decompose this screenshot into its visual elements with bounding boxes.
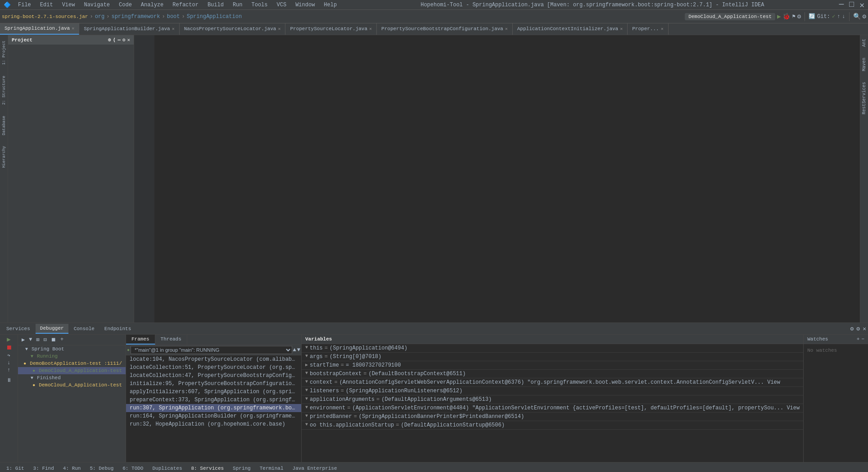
new-element-btn[interactable]: ⊕ <box>108 37 111 43</box>
svc-item-1[interactable]: ▼Running <box>18 353 126 360</box>
pause-btn[interactable]: ⏸ <box>6 377 12 384</box>
threads-tab[interactable]: Threads <box>155 335 187 345</box>
thread-select[interactable]: *"main"@1 in group "main": RUNNING <box>131 346 292 354</box>
action-tab-find[interactable]: 3: Find <box>29 464 59 472</box>
file-tab-1[interactable]: SpringApplicationBuilder.java✕ <box>79 23 179 35</box>
more-btn[interactable]: ⋯ <box>118 37 121 43</box>
frame-item-5[interactable]: prepareContext:373, SpringApplication (o… <box>126 396 301 404</box>
gear2-bottom-btn[interactable]: ⚙ <box>856 325 860 332</box>
file-tab-2[interactable]: NacosPropertySourceLocator.java✕ <box>180 23 286 35</box>
svc-item-4[interactable]: ▼Finished <box>18 374 126 381</box>
bottom-tab-console[interactable]: Console <box>69 324 99 333</box>
action-tab-debug[interactable]: 5: Debug <box>85 464 118 472</box>
var-expand-8[interactable]: ▼ <box>305 413 308 418</box>
file-tab-4[interactable]: PropertySourceBootstrapConfiguration.jav… <box>377 23 513 35</box>
svc-stop-btn[interactable]: ⏹ <box>49 336 58 344</box>
frame-item-3[interactable]: initialize:95, PropertySourceBootstrapCo… <box>126 380 301 388</box>
close-tab-3[interactable]: ✕ <box>369 26 372 32</box>
svc-filter2-btn[interactable]: ⊟ <box>42 336 49 344</box>
menu-item-file[interactable]: File <box>16 1 33 9</box>
var-expand-1[interactable]: ▼ <box>305 354 308 359</box>
var-expand-0[interactable]: ▼ <box>305 345 308 350</box>
git-push[interactable]: ↑ <box>837 14 840 20</box>
coverage-btn[interactable]: ⚑ <box>792 13 795 20</box>
file-tab-3[interactable]: PropertySourceLocator.java✕ <box>285 23 377 35</box>
step-out-btn[interactable]: ↑ <box>7 367 10 373</box>
add-watch-btn[interactable]: + <box>857 336 860 342</box>
settings-panel-btn[interactable]: ⚙ <box>122 37 126 43</box>
close-tab-2[interactable]: ✕ <box>278 26 280 32</box>
step-over-btn[interactable]: ↷ <box>7 352 10 359</box>
debug-btn-toolbar[interactable]: 🐞 <box>782 13 790 20</box>
springapp-label[interactable]: SpringApplication <box>187 14 242 20</box>
frame-item-4[interactable]: applyInitializers:607, SpringApplication… <box>126 388 301 396</box>
frame-item-6[interactable]: run:307, SpringApplication (org.springfr… <box>126 404 301 412</box>
ant-tab[interactable]: Ant <box>861 35 868 50</box>
menu-item-refactor[interactable]: Refactor <box>171 1 200 9</box>
boot-label[interactable]: boot <box>167 14 180 20</box>
var-expand-6[interactable]: ▼ <box>305 396 308 401</box>
var-expand-3[interactable]: ▼ <box>305 371 308 376</box>
step-into-btn[interactable]: ↓ <box>7 360 10 366</box>
frame-down-btn[interactable]: ▼ <box>297 347 300 353</box>
close-tab-0[interactable]: ✕ <box>72 26 74 31</box>
file-tab-6[interactable]: Proper...✕ <box>628 23 668 35</box>
sync-btn[interactable]: 🔄 <box>809 13 815 20</box>
svc-filter-btn[interactable]: ▼ <box>27 336 34 344</box>
svc-item-0[interactable]: ▼Spring Boot <box>18 345 126 353</box>
maximize-btn[interactable]: □ <box>849 0 854 10</box>
var-expand-7[interactable]: ▼ <box>305 405 308 410</box>
file-tab-5[interactable]: ApplicationContextInitializer.java✕ <box>513 23 628 35</box>
stop-btn[interactable]: ⏹ <box>6 344 12 351</box>
menu-item-tools[interactable]: Tools <box>250 1 270 9</box>
menu-item-help[interactable]: Help <box>322 1 339 9</box>
action-tab-services[interactable]: 8: Services <box>186 464 228 472</box>
bottom-tab-services[interactable]: Services <box>2 324 35 333</box>
action-tab-git[interactable]: 1: Git <box>2 464 29 472</box>
structure-tab-btn[interactable]: 2: Structure <box>1 72 7 109</box>
close-tab-5[interactable]: ✕ <box>620 26 623 32</box>
menu-item-code[interactable]: Code <box>117 1 134 9</box>
svc-item-5[interactable]: ●DemoCloud_A_Application-test <box>18 381 126 389</box>
svc-item-2[interactable]: ●DemoBootApplication-test :1111/ <box>18 360 126 367</box>
window-controls[interactable]: ─ □ ✕ <box>839 0 864 10</box>
frames-tab[interactable]: Frames <box>126 335 155 345</box>
run-config-label[interactable]: DemoCloud_A_Application-test <box>685 13 775 20</box>
code-area[interactable] <box>134 35 860 322</box>
springframework-label[interactable]: springframework <box>111 14 160 20</box>
database-tab-btn[interactable]: Database <box>1 112 7 139</box>
menu-item-navigate[interactable]: Navigate <box>82 1 112 9</box>
frame-up-btn[interactable]: ▲ <box>293 347 296 353</box>
settings-bottom-btn[interactable]: ⚙ <box>850 325 854 332</box>
file-tab-0[interactable]: SpringApplication.java✕ <box>0 23 79 35</box>
collapse-btn[interactable]: ⟨ <box>113 37 116 43</box>
frame-item-7[interactable]: run:164, SpringApplicationBuilder (org.s… <box>126 412 301 420</box>
git-update[interactable]: ↓ <box>842 14 845 20</box>
frame-item-2[interactable]: locateCollection:47, PropertySourceBoots… <box>126 372 301 380</box>
remove-watch-btn[interactable]: − <box>861 336 864 342</box>
code-content[interactable] <box>154 35 860 322</box>
hide-panel-btn[interactable]: ✕ <box>127 37 130 43</box>
close-tab-1[interactable]: ✕ <box>172 26 175 32</box>
action-tab-terminal[interactable]: Terminal <box>255 464 288 472</box>
var-expand-2[interactable]: ▶ <box>305 362 308 368</box>
bottom-tab-debugger[interactable]: Debugger <box>36 324 68 334</box>
svc-group-btn[interactable]: ⊞ <box>34 336 41 344</box>
menu-item-run[interactable]: Run <box>231 1 244 9</box>
org-label[interactable]: org <box>95 14 105 20</box>
action-tab-dup[interactable]: Duplicates <box>148 464 186 472</box>
frame-item-1[interactable]: locateCollection:51, PropertySourceLocat… <box>126 363 301 372</box>
action-tab-spring[interactable]: Spring <box>228 464 255 472</box>
menu-item-build[interactable]: Build <box>206 1 226 9</box>
maven-tab[interactable]: Maven <box>861 54 868 75</box>
menu-item-analyze[interactable]: Analyze <box>139 1 165 9</box>
project-tab-btn[interactable]: 1: Project <box>1 37 7 68</box>
frame-item-8[interactable]: run:32, HopeApplication (org.hopehomi.co… <box>126 420 301 428</box>
svc-add-btn[interactable]: + <box>59 336 65 344</box>
var-expand-5[interactable]: ▼ <box>305 388 308 393</box>
bottom-tab-endpoints[interactable]: Endpoints <box>100 324 136 333</box>
git-check[interactable]: ✓ <box>832 13 835 20</box>
close-tab-6[interactable]: ✕ <box>661 26 664 32</box>
var-expand-9[interactable]: ▼ <box>305 422 308 427</box>
search-everywhere[interactable]: 🔍 <box>853 13 861 20</box>
